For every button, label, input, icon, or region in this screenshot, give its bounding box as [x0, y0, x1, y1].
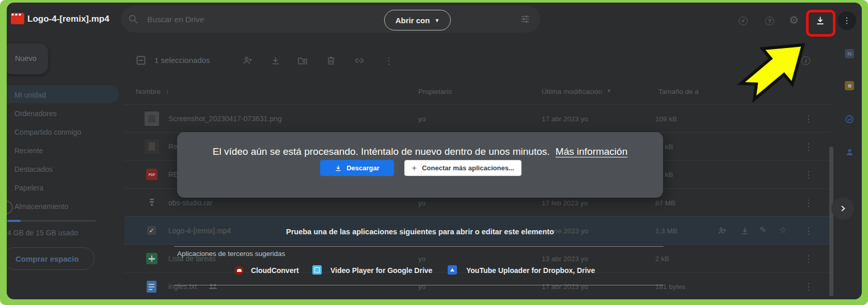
- download-dialog-label: Descargar: [346, 164, 380, 172]
- contacts-rail-icon[interactable]: [845, 147, 854, 156]
- column-header-modified[interactable]: Última modificación: [542, 88, 602, 95]
- search-bar[interactable]: [121, 6, 540, 33]
- selected-count-label: 1 seleccionados: [154, 56, 210, 65]
- sidebar-item-papelera[interactable]: Papelera: [14, 184, 43, 192]
- scrollbar-thumb[interactable]: [829, 147, 833, 296]
- column-header-size[interactable]: Tamaño de a: [658, 88, 699, 95]
- connect-apps-label: Conectar más aplicaciones...: [422, 164, 514, 172]
- file-name: ingles.txt: [168, 282, 197, 291]
- file-owner: yo: [418, 283, 425, 291]
- suggested-app-youtube-uploader[interactable]: YouTube Uploader for Dropbox, Drive: [466, 266, 595, 275]
- row-menu-icon[interactable]: ⋮: [804, 254, 813, 263]
- trash-icon[interactable]: [326, 55, 336, 66]
- share-add-person-icon[interactable]: [242, 55, 253, 66]
- screenshot-frame: Logo-4-[remix].mp4 Abrir con ▼ ✓ ? ⚙ ⋮: [0, 0, 868, 305]
- video-file-icon: [11, 13, 24, 24]
- sidebar-item-mi-unidad[interactable]: Mi unidad: [14, 91, 46, 99]
- help-icon[interactable]: ?: [765, 17, 774, 25]
- download-icon: [335, 165, 342, 172]
- shared-people-icon: [209, 283, 217, 290]
- move-to-folder-icon[interactable]: [297, 55, 308, 66]
- download-dialog-button[interactable]: Descargar: [320, 160, 394, 176]
- connect-apps-button[interactable]: + Conectar más aplicaciones...: [404, 160, 522, 176]
- file-owner: yo: [418, 199, 425, 207]
- file-name: Re: [168, 142, 178, 151]
- deselect-checkbox[interactable]: [136, 56, 146, 65]
- row-menu-icon[interactable]: ⋮: [804, 170, 813, 179]
- row-share-icon[interactable]: [717, 226, 727, 236]
- keep-notes-rail-icon[interactable]: [845, 81, 854, 90]
- chevron-down-icon: ▼: [434, 18, 439, 23]
- new-button-label: Nuevo: [15, 54, 37, 62]
- row-menu-icon[interactable]: ⋮: [804, 282, 813, 291]
- download-file-icon[interactable]: [270, 55, 281, 66]
- column-header-name[interactable]: Nombre: [136, 88, 161, 95]
- next-file-button[interactable]: [831, 197, 854, 220]
- get-link-icon[interactable]: [354, 55, 365, 66]
- suggested-app-cloudconvert[interactable]: CloudConvert: [251, 266, 299, 275]
- calendar-rail-icon[interactable]: 31: [845, 49, 854, 58]
- search-options-icon[interactable]: [520, 14, 530, 24]
- row-menu-icon[interactable]: ⋮: [804, 115, 813, 123]
- sidebar-item-reciente[interactable]: Reciente: [14, 147, 43, 155]
- file-owner: yo: [418, 255, 425, 263]
- sidebar-item-almacenamiento[interactable]: Almacenamiento: [14, 202, 68, 211]
- archive-icon: [148, 198, 155, 207]
- processing-message-line: El vídeo aún se está procesando. Inténta…: [177, 146, 663, 157]
- star-icon[interactable]: ☆: [779, 225, 786, 235]
- row-checkbox-checked[interactable]: ✓: [147, 226, 156, 235]
- file-modified: 17 abr 2023 yo: [542, 115, 588, 123]
- kebab-menu-icon: ⋮: [843, 17, 851, 25]
- video-player-icon: [312, 265, 322, 275]
- file-modified: 17 abr 2023 yo: [542, 283, 588, 291]
- download-preview-icon[interactable]: [815, 15, 826, 26]
- cloud-storage-icon: [7, 201, 13, 214]
- storage-progress-track: [7, 220, 96, 222]
- open-with-button[interactable]: Abrir con ▼: [384, 10, 451, 30]
- file-size: 87 MB: [655, 199, 675, 207]
- overlay-divider-top: [174, 246, 664, 247]
- rename-pencil-icon[interactable]: ✎: [760, 225, 766, 235]
- sort-arrow-icon[interactable]: ↓: [166, 87, 169, 95]
- file-owner: yo: [418, 115, 425, 123]
- sidebar-item-ordenadores[interactable]: Ordenadores: [14, 109, 57, 118]
- open-with-label: Abrir con: [396, 16, 430, 25]
- file-name: Screenshot_20230417-073631.png: [168, 115, 282, 123]
- suggested-apps-heading: Aplicaciones de terceros sugeridas: [177, 250, 285, 258]
- row-menu-icon[interactable]: ⋮: [804, 227, 813, 235]
- sidebar-item-compartido[interactable]: Compartido conmigo: [14, 128, 81, 136]
- tasks-rail-icon[interactable]: [845, 115, 854, 124]
- offline-status-icon[interactable]: ✓: [739, 17, 748, 25]
- suggested-app-video-player[interactable]: Video Player for Google Drive: [330, 266, 432, 275]
- pdf-icon: PDF: [146, 169, 157, 180]
- settings-gear-icon[interactable]: ⚙: [789, 14, 799, 26]
- image-thumbnail: [145, 111, 159, 126]
- table-row[interactable]: ingles.txt yo 17 abr 2023 yo 181 bytes ⋮: [124, 272, 831, 299]
- cloudconvert-icon: [234, 266, 244, 275]
- storage-progress-fill: [7, 220, 21, 222]
- row-menu-icon[interactable]: ⋮: [804, 199, 813, 207]
- toolbar-more-icon[interactable]: ⋮: [384, 56, 393, 66]
- row-menu-icon[interactable]: ⋮: [804, 142, 813, 151]
- modified-caret-icon: ▼: [607, 88, 611, 93]
- sidebar-item-destacados[interactable]: Destacados: [14, 165, 53, 173]
- row-download-icon[interactable]: [740, 226, 750, 236]
- column-header-owner[interactable]: Propietario: [418, 88, 452, 95]
- buy-storage-button[interactable]: Comprar espacio: [7, 247, 94, 270]
- processing-message: El vídeo aún se está procesando. Inténta…: [213, 146, 550, 157]
- text-doc-icon: [147, 281, 156, 293]
- try-apps-title: Prueba una de las aplicaciones siguiente…: [177, 228, 663, 236]
- image-thumbnail: [145, 139, 159, 154]
- file-size: 2 kB: [655, 255, 669, 263]
- more-actions-button[interactable]: ⋮: [838, 11, 856, 30]
- preview-file-title: Logo-4-[remix].mp4: [27, 14, 109, 24]
- chevron-right-icon: [839, 204, 847, 213]
- spreadsheet-icon: [146, 253, 157, 264]
- file-name: obs-studio.rar: [168, 199, 213, 207]
- search-icon: [128, 14, 138, 24]
- more-info-link[interactable]: Más información: [556, 146, 627, 157]
- file-size: 109 kB: [655, 115, 677, 123]
- buy-storage-label: Comprar espacio: [15, 254, 79, 263]
- new-button[interactable]: Nuevo: [7, 43, 48, 74]
- plus-icon: +: [412, 164, 417, 172]
